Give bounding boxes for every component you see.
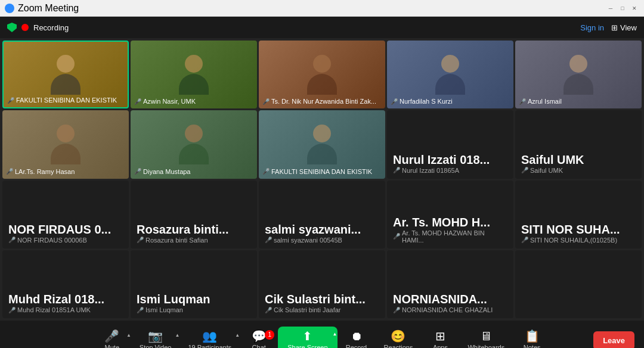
participant-sub-name-15: 🎤 SITI NOR SUHAILA,(01025B) [521, 237, 617, 244]
participant-name-7: 🎤 Diyana Mustapa [134, 168, 191, 175]
person-silhouette-2 [179, 55, 209, 95]
title-bar: Zoom Meeting ─ □ ✕ [0, 0, 644, 17]
name-tile-17: Ismi Luqman 🎤 Ismi Luqman [131, 250, 257, 318]
participant-sub-name-19: 🎤 NORNIASNIDA CHE GHAZALI [393, 306, 493, 313]
mic-icon-15: 🎤 [521, 237, 528, 243]
apps-label: Apps [433, 344, 448, 349]
window-title: Zoom Meeting [18, 3, 79, 14]
name-tile-11: NOR FIRDAUS 0... 🎤 NOR FIRDAUS 00006B [2, 181, 129, 248]
participant-sub-name-13: 🎤 salmi syazwani 00545B [265, 237, 342, 244]
video-tile-6: 🎤 LAr.Ts. Ramy Hasan [2, 110, 129, 178]
video-grid: 🎤 FAKULTI SENIBINA DAN EKISTIK 🎤 Azwin N… [0, 38, 644, 321]
video-tile-5: 🎤 Azrul Ismail [515, 41, 642, 108]
mic-icon-17: 🎤 [137, 307, 144, 313]
mute-button[interactable]: 🎤 Mute [93, 328, 131, 349]
minimize-button[interactable]: ─ [606, 4, 615, 13]
name-tile-18: Cik Sulastri bint... 🎤 Cik Sulastri bint… [259, 250, 385, 318]
participant-name-5: 🎤 Azrul Ismail [519, 98, 562, 105]
name-tile-9: Nurul Izzati 018... 🎤 Nurul Izzati 01865… [387, 110, 513, 178]
participant-big-name-16: Muhd Rizal 018... [8, 293, 104, 306]
participant-sub-name-18: 🎤 Cik Sulastri binti Jaafar [265, 306, 341, 313]
person-silhouette-7 [179, 125, 209, 164]
record-label: Record [346, 344, 367, 349]
participant-sub-name-16: 🎤 Muhd Rizal 01851A UMK [8, 306, 91, 313]
notes-button[interactable]: 📋 Notes [513, 328, 551, 349]
participant-big-name-15: SITI NOR SUHA... [521, 223, 620, 237]
participant-name-4: 🎤 Nurfadilah S Kurzi [391, 98, 453, 105]
mic-icon-3: 🎤 [262, 98, 270, 105]
reactions-button[interactable]: 😊 Reactions [376, 328, 422, 349]
view-icon: ⊞ [611, 23, 618, 32]
toolbar: 🎤 Mute ▲ 📷 Stop Video ▲ 👥 19 Participant… [0, 321, 644, 348]
stop-video-label: Stop Video [140, 344, 172, 349]
reactions-label: Reactions [384, 344, 413, 349]
apps-button[interactable]: ⊞ Apps [421, 328, 459, 349]
notes-icon: 📋 [525, 330, 540, 342]
mic-icon-18: 🎤 [265, 307, 272, 313]
top-bar-right[interactable]: Sign in ⊞ View [580, 23, 637, 32]
close-button[interactable]: ✕ [630, 4, 639, 13]
participants-button[interactable]: 👥 19 Participants [179, 328, 240, 349]
stop-video-wrapper: 📷 Stop Video ▲ [131, 328, 180, 349]
participant-sub-name-11: 🎤 NOR FIRDAUS 00006B [8, 237, 87, 244]
name-tile-14: Ar. Ts. MOHD H... 🎤 Ar. Ts. MOHD HAZWAN … [387, 181, 513, 248]
video-tile-1: 🎤 FAKULTI SENIBINA DAN EKISTIK [2, 41, 129, 108]
view-button[interactable]: ⊞ View [611, 23, 637, 32]
participant-name-6: 🎤 LAr.Ts. Ramy Hasan [6, 168, 75, 175]
share-screen-button[interactable]: ⬆ Share Screen [278, 327, 337, 349]
mute-label: Mute [105, 344, 119, 349]
mic-icon-5: 🎤 [519, 98, 526, 105]
mic-icon-9: 🎤 [393, 167, 400, 173]
name-tile-12: Rosazura binti... 🎤 Rosazura binti Safia… [131, 181, 257, 248]
person-silhouette-8 [307, 125, 337, 164]
video-tile-2: 🎤 Azwin Nasir, UMK [131, 41, 257, 108]
chat-wrapper: 💬 Chat 1 [240, 328, 278, 349]
mic-icon-19: 🎤 [393, 307, 400, 313]
mic-icon-12: 🎤 [137, 237, 144, 243]
whiteboards-label: Whiteboards [467, 344, 504, 349]
chat-label: Chat [252, 344, 266, 349]
reactions-wrapper: 😊 Reactions [376, 328, 422, 349]
video-tile-8: 🎤 FAKULTI SENIBINA DAN EKISTIK [259, 110, 385, 178]
participant-big-name-13: salmi syazwani... [265, 223, 361, 237]
stop-video-icon: 📷 [148, 330, 163, 342]
reactions-icon: 😊 [391, 330, 405, 342]
share-screen-label: Share Screen [287, 344, 327, 349]
window-controls[interactable]: ─ □ ✕ [606, 4, 639, 13]
stop-video-button[interactable]: 📷 Stop Video [131, 328, 180, 349]
person-silhouette-1 [51, 55, 80, 95]
title-bar-left: Zoom Meeting [5, 3, 79, 14]
leave-button[interactable]: Leave [593, 331, 634, 349]
notes-wrapper: 📋 Notes [513, 328, 551, 349]
participant-big-name-9: Nurul Izzati 018... [393, 153, 490, 167]
participant-name-8: 🎤 FAKULTI SENIBINA DAN EKISTIK [262, 168, 372, 175]
maximize-button[interactable]: □ [618, 4, 627, 13]
mic-icon-8: 🎤 [262, 168, 270, 175]
share-screen-icon: ⬆ [302, 330, 312, 342]
participant-sub-name-12: 🎤 Rosazura binti Safian [137, 237, 208, 244]
apps-icon: ⊞ [435, 330, 445, 342]
record-button[interactable]: ⏺ Record [338, 328, 376, 349]
whiteboards-button[interactable]: 🖥 Whiteboards [459, 328, 513, 349]
name-tile-15: SITI NOR SUHA... 🎤 SITI NOR SUHAILA,(010… [515, 181, 642, 248]
name-tile-19: NORNIASNIDA... 🎤 NORNIASNIDA CHE GHAZALI [387, 250, 513, 318]
participant-sub-name-17: 🎤 Ismi Luqman [137, 306, 183, 313]
mic-icon-2: 🎤 [134, 98, 141, 105]
participant-big-name-14: Ar. Ts. MOHD H... [393, 216, 490, 229]
participants-label: 19 Participants [188, 344, 231, 349]
security-shield-icon [7, 23, 17, 32]
top-bar-left: Recording [7, 23, 69, 32]
participant-name-1: 🎤 FAKULTI SENIBINA DAN EKISTIK [7, 97, 117, 104]
apps-wrapper: ⊞ Apps [421, 328, 459, 349]
mic-icon-7: 🎤 [134, 168, 141, 175]
whiteboards-wrapper: 🖥 Whiteboards [459, 328, 513, 349]
mic-icon-11: 🎤 [8, 237, 16, 243]
empty-tile [515, 250, 642, 318]
name-tile-10: Saiful UMK 🎤 Saiful UMK [515, 110, 642, 178]
share-screen-wrapper: ⬆ Share Screen ▲ [278, 327, 337, 349]
view-label: View [620, 23, 637, 32]
chat-icon: 💬 [252, 330, 267, 342]
video-tile-4: 🎤 Nurfadilah S Kurzi [387, 41, 513, 108]
record-icon: ⏺ [351, 330, 363, 342]
sign-in-button[interactable]: Sign in [580, 23, 604, 32]
